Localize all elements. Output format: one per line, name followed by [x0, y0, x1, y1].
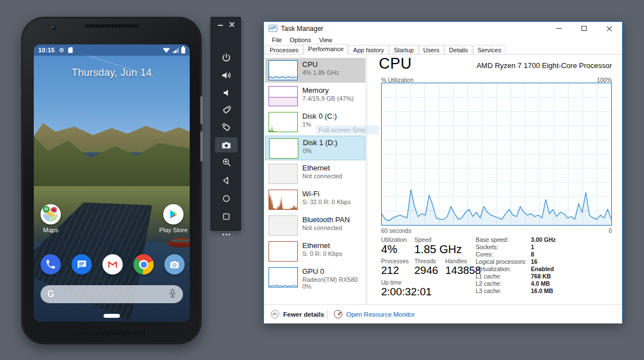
cpu-utilization-graph[interactable] [381, 83, 612, 226]
status-bar[interactable]: 10:15 ⚙ [34, 44, 190, 56]
home-circle-icon [221, 194, 231, 204]
dock-phone-app[interactable] [41, 254, 61, 274]
more-button[interactable] [215, 227, 238, 242]
volume-down-button[interactable] [215, 85, 238, 100]
overview-button[interactable] [215, 209, 238, 224]
spec-label: L1 cache: [476, 273, 502, 280]
sidebar-item-gpu0[interactable]: GPU 0 Radeon(TM) RX580 0% [265, 265, 365, 295]
rotate-right-button[interactable] [215, 120, 238, 135]
sidebar-item-ethernet1[interactable]: Ethernet Not connected [265, 161, 365, 186]
disk0-mini-chart [269, 112, 298, 132]
tab-app-history[interactable]: App history [348, 45, 388, 54]
ethernet1-mini-chart [269, 164, 298, 184]
chevron-up-circle-icon [271, 310, 279, 318]
home-pill-indicator[interactable] [104, 314, 120, 318]
sidebar-item-wifi[interactable]: Wi-Fi S: 32.0 R: 0 Kbps [265, 187, 365, 212]
microphone-icon[interactable] [169, 289, 176, 300]
android-phone: 10:15 ⚙ Thursday, Jun 14 G Maps [21, 17, 202, 344]
phone-bottom-speaker [78, 332, 146, 335]
toolbar-minimize-icon[interactable] [218, 25, 223, 26]
signal-icon [172, 47, 179, 53]
stat-label: Speed [414, 236, 431, 243]
home-button[interactable] [215, 191, 238, 206]
stat-speed: 1.85 GHz [414, 243, 462, 256]
google-search-bar[interactable]: G [41, 285, 183, 303]
sidebar-item-memory[interactable]: Memory 7.4/15.9 GB (47%) [265, 84, 365, 109]
tab-users[interactable]: Users [419, 45, 444, 54]
menu-bar: File Options View [264, 35, 622, 44]
wallpaper-boat [168, 238, 190, 248]
tab-startup[interactable]: Startup [389, 45, 418, 54]
phone-volume-button[interactable] [200, 96, 203, 124]
phone-power-button[interactable] [200, 131, 203, 161]
app-shortcut-maps[interactable]: G Maps [35, 204, 66, 233]
menu-options[interactable]: Options [286, 37, 315, 43]
messages-icon [76, 259, 87, 270]
phone-earpiece-speaker [85, 24, 139, 28]
fewer-details-toggle[interactable]: Fewer details [283, 311, 324, 318]
minimize-icon [556, 28, 562, 29]
google-logo: G [47, 289, 54, 299]
resource-monitor-gauge-icon [334, 310, 342, 318]
dock-camera-app[interactable] [164, 254, 185, 274]
open-resource-monitor-link[interactable]: Open Resource Monitor [346, 311, 415, 318]
memory-mini-chart [269, 86, 298, 106]
close-button[interactable] [597, 22, 622, 35]
volume-up-button[interactable] [215, 68, 238, 83]
maps-icon: G [41, 204, 61, 224]
sidebar-item-bluetooth-pan[interactable]: Bluetooth PAN Not connected [265, 213, 365, 238]
stat-label: Handles [445, 258, 467, 264]
volume-down-icon [221, 87, 232, 98]
status-time: 10:15 [38, 47, 55, 53]
window-title: Task Manager [281, 25, 323, 33]
dock-messages-app[interactable] [71, 254, 92, 274]
title-bar[interactable]: Task Manager [264, 22, 622, 35]
spec-value: 3.00 GHz [531, 236, 556, 243]
dock-gmail-app[interactable] [102, 254, 123, 274]
dock-chrome-app[interactable] [133, 254, 154, 274]
play-store-icon [163, 204, 184, 224]
screenshot-button[interactable] [215, 137, 238, 152]
task-manager-icon [269, 25, 278, 32]
app-shortcut-play-store[interactable]: Play Store [158, 204, 189, 233]
power-button[interactable] [215, 50, 238, 65]
bluetooth-mini-chart [269, 215, 298, 236]
phone-icon [45, 259, 56, 270]
tab-services[interactable]: Services [473, 45, 506, 54]
sidebar-item-cpu[interactable]: CPU 4% 1.85 GHz [265, 58, 365, 83]
rotate-left-button[interactable] [215, 102, 238, 118]
tab-processes[interactable]: Processes [265, 45, 303, 54]
stat-label: Threads [414, 258, 436, 264]
app-label: Play Store [158, 227, 189, 233]
spec-value: 768 KB [531, 273, 551, 280]
ethernet2-mini-chart [269, 241, 298, 262]
menu-file[interactable]: File [268, 37, 286, 43]
gpu-mini-chart [269, 267, 298, 287]
cpu-mini-chart [269, 60, 298, 80]
footer-divider [327, 310, 328, 319]
footer-bar: Fewer details Open Resource Monitor [264, 304, 622, 323]
performance-sidebar: CPU 4% 1.85 GHz Memory 7.4/15.9 GB (47%) [264, 55, 368, 304]
more-dots-icon [221, 230, 231, 240]
stat-processes: 212 [381, 264, 399, 277]
menu-view[interactable]: View [315, 37, 337, 43]
rotate-right-icon [221, 122, 232, 133]
tab-details[interactable]: Details [445, 45, 473, 54]
sidebar-item-disk0[interactable]: Disk 0 (C:) 1% [265, 110, 365, 134]
back-button[interactable] [215, 173, 238, 188]
sidebar-scrollbar[interactable] [365, 55, 368, 304]
toolbar-close-icon[interactable] [229, 21, 235, 28]
screenshot-camera-icon [221, 140, 232, 151]
maximize-button[interactable] [571, 22, 597, 35]
spec-label: L2 cache: [476, 280, 502, 287]
rotate-left-icon [221, 104, 232, 116]
minimize-button[interactable] [546, 22, 571, 35]
tab-performance[interactable]: Performance [303, 44, 348, 54]
spec-value: 8 [531, 251, 534, 258]
sidebar-item-ethernet2[interactable]: Ethernet S: 0 R: 0 Kbps [265, 239, 365, 264]
phone-front-camera [51, 25, 56, 30]
sidebar-item-disk1[interactable]: Disk 1 (D:) 0% [265, 136, 365, 160]
power-icon [221, 52, 232, 64]
zoom-button[interactable] [215, 155, 238, 170]
wifi-icon [163, 47, 170, 53]
